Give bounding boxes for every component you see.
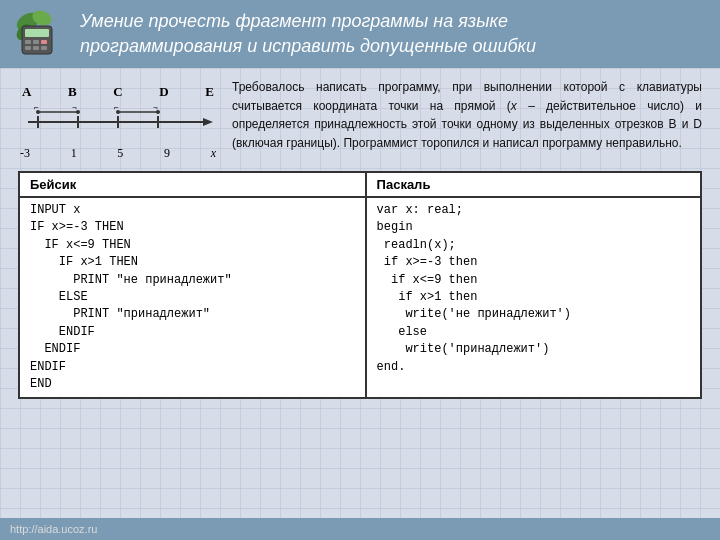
svg-rect-6 [33, 40, 39, 44]
number-line-area: A B C D E [18, 78, 218, 161]
svg-text:⌐: ⌐ [34, 103, 39, 112]
header: Умение прочесть фрагмент программы на яз… [0, 0, 720, 68]
svg-text:¬: ¬ [72, 103, 77, 112]
footer: http://aida.ucoz.ru [0, 518, 720, 540]
svg-rect-9 [33, 46, 39, 50]
svg-rect-4 [25, 29, 49, 37]
svg-text:¬: ¬ [153, 103, 158, 112]
col1-header: Бейсик [19, 172, 366, 197]
nl-labels: A B C D E [18, 84, 218, 100]
main-content: A B C D E [0, 68, 720, 518]
col1-code: INPUT x IF x>=-3 THEN IF x<=9 THEN IF x>… [19, 197, 366, 398]
svg-marker-12 [203, 118, 213, 126]
code-table: Бейсик Паскаль INPUT x IF x>=-3 THEN IF … [18, 171, 702, 399]
number-line-svg: ⌐ ¬ ⌐ ¬ [18, 102, 218, 142]
calculator-icon [14, 8, 66, 60]
svg-rect-10 [41, 46, 47, 50]
footer-url: http://aida.ucoz.ru [10, 523, 97, 535]
top-section: A B C D E [18, 78, 702, 161]
svg-rect-7 [41, 40, 47, 44]
svg-rect-8 [25, 46, 31, 50]
col2-header: Паскаль [366, 172, 701, 197]
slide: Умение прочесть фрагмент программы на яз… [0, 0, 720, 540]
problem-text: Требовалось написать программу, при выпо… [232, 78, 702, 161]
col2-code: var x: real; begin readln(x); if x>=-3 t… [366, 197, 701, 398]
svg-rect-5 [25, 40, 31, 44]
nl-values: -3 1 5 9 x [18, 146, 218, 161]
svg-text:⌐: ⌐ [114, 103, 119, 112]
header-title: Умение прочесть фрагмент программы на яз… [80, 9, 536, 59]
